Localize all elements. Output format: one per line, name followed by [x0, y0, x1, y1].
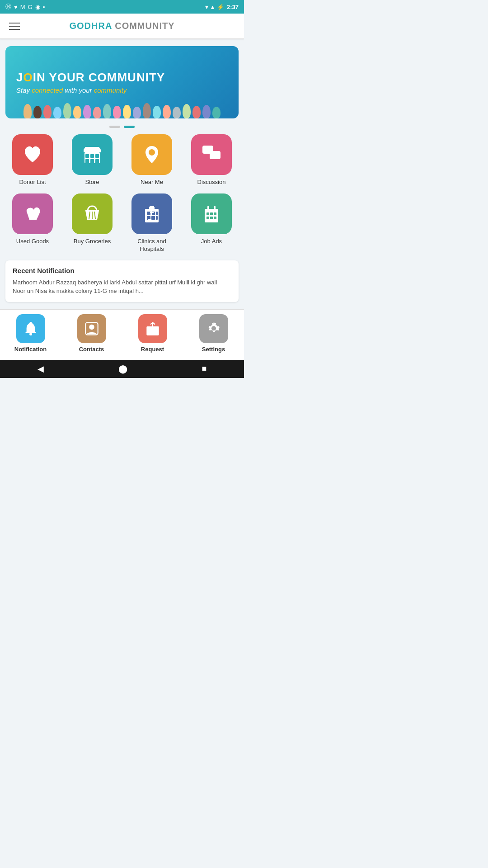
svg-rect-34: [206, 217, 209, 219]
grid-row-1: Donor List Store Near Me Discussion: [5, 134, 239, 186]
svg-rect-2: [90, 154, 94, 158]
buy-groceries-label: Buy Groceries: [74, 238, 111, 245]
menu-button[interactable]: [9, 23, 20, 30]
svg-point-44: [211, 326, 216, 330]
buy-groceries-icon: [72, 193, 113, 234]
grid-item-clinics[interactable]: Clinics and Hospitals: [125, 193, 179, 253]
svg-rect-38: [214, 207, 216, 210]
grid-item-job-ads[interactable]: Job Ads: [184, 193, 239, 253]
discussion-icon: [191, 134, 232, 175]
svg-rect-37: [207, 207, 209, 210]
notification-card-title: Recent Notification: [13, 267, 231, 274]
grid-item-near-me[interactable]: Near Me: [125, 134, 179, 186]
near-me-icon: [131, 134, 172, 175]
settings-nav-label: Settings: [202, 346, 225, 353]
svg-rect-23: [148, 219, 151, 222]
svg-rect-17: [147, 212, 150, 215]
clinics-label: Clinics and Hospitals: [125, 238, 179, 253]
svg-point-39: [29, 333, 32, 335]
store-icon: [72, 134, 113, 175]
grid-section-1: Donor List Store Near Me Discussion: [0, 134, 244, 186]
banner-title-rest: IN YOUR COMMUNITY: [33, 71, 165, 84]
svg-rect-6: [95, 159, 99, 163]
title-godhra: GODHRA: [69, 21, 112, 31]
svg-point-10: [28, 208, 32, 212]
svg-rect-4: [85, 159, 89, 163]
system-nav: ◀ ⬤ ■: [0, 360, 244, 378]
contacts-nav-label: Contacts: [79, 346, 104, 353]
notification-nav-label: Notification: [14, 346, 47, 353]
svg-rect-22: [156, 216, 158, 220]
banner-title: JOIN YOUR COMMUNITY: [16, 71, 228, 85]
donor-list-label: Donor List: [19, 179, 46, 186]
notification-card-text: Marhoom Abdur Razzaq badherya ki larki A…: [13, 278, 231, 296]
discussion-label: Discussion: [197, 179, 226, 186]
banner-title-o: O: [23, 71, 33, 84]
donor-list-icon: [12, 134, 53, 175]
battery-icon: ⚡: [217, 4, 224, 10]
svg-rect-5: [90, 159, 94, 163]
svg-rect-9: [210, 151, 221, 159]
svg-rect-36: [214, 217, 216, 219]
svg-rect-16: [150, 206, 154, 210]
home-button[interactable]: ⬤: [118, 364, 127, 374]
dot-1: [109, 126, 120, 128]
settings-nav-icon: [199, 314, 228, 343]
svg-rect-21: [151, 216, 155, 220]
banner-crowd: [5, 91, 239, 118]
clock: 2:37: [227, 4, 239, 10]
grid-section-2: Used Goods Buy Groceries: [0, 193, 244, 253]
notification-nav-icon: [16, 314, 45, 343]
bottom-nav: Notification Contacts Request: [0, 309, 244, 360]
svg-rect-3: [95, 154, 99, 158]
job-ads-icon: [191, 193, 232, 234]
svg-rect-19: [156, 212, 158, 215]
used-goods-label: Used Goods: [16, 238, 49, 245]
grid-item-used-goods[interactable]: Used Goods: [5, 193, 60, 253]
nav-item-settings[interactable]: Settings: [183, 314, 244, 353]
request-nav-icon: [138, 314, 167, 343]
svg-rect-27: [151, 212, 152, 215]
banner: JOIN YOUR COMMUNITY Stay connected with …: [5, 46, 239, 118]
svg-rect-28: [205, 209, 218, 222]
nav-item-request[interactable]: Request: [122, 314, 183, 353]
near-me-label: Near Me: [141, 179, 163, 186]
banner-title-j: J: [16, 71, 23, 84]
dot-2: [124, 126, 135, 128]
header: GODHRA COMMUNITY: [0, 14, 244, 39]
status-right: ▾ ▴ ⚡ 2:37: [205, 4, 239, 10]
notification-card: Recent Notification Marhoom Abdur Razzaq…: [5, 260, 239, 302]
svg-rect-35: [210, 217, 213, 219]
svg-rect-32: [210, 212, 213, 215]
request-nav-label: Request: [141, 346, 164, 353]
grid-item-store[interactable]: Store: [65, 134, 119, 186]
grid-row-2: Used Goods Buy Groceries: [5, 193, 239, 253]
recent-button[interactable]: ■: [202, 364, 207, 373]
svg-rect-31: [206, 212, 209, 215]
carousel-dots: [0, 126, 244, 128]
status-bar: Ⓑ ♥ M G ◉ ▪ ▾ ▴ ⚡ 2:37: [0, 0, 244, 14]
grid-item-buy-groceries[interactable]: Buy Groceries: [65, 193, 119, 253]
status-icons-left: Ⓑ ♥ M G ◉ ▪: [5, 3, 45, 11]
app-title: GODHRA COMMUNITY: [29, 21, 235, 31]
contacts-nav-icon: [77, 314, 106, 343]
used-goods-icon: [12, 193, 53, 234]
svg-rect-15: [145, 209, 159, 222]
back-button[interactable]: ◀: [38, 364, 44, 374]
signal-icon: ▴: [211, 4, 214, 10]
svg-point-7: [149, 149, 155, 156]
nav-item-notification[interactable]: Notification: [0, 314, 61, 353]
wifi-icon: ▾: [205, 4, 208, 10]
clinics-icon: [131, 193, 172, 234]
nav-item-contacts[interactable]: Contacts: [61, 314, 122, 353]
svg-point-42: [89, 324, 94, 330]
svg-rect-1: [85, 154, 89, 158]
grid-item-donor-list[interactable]: Donor List: [5, 134, 60, 186]
store-label: Store: [85, 179, 99, 186]
svg-rect-40: [29, 322, 31, 323]
title-community: COMMUNITY: [112, 21, 175, 31]
job-ads-label: Job Ads: [201, 238, 222, 245]
grid-item-discussion[interactable]: Discussion: [184, 134, 239, 186]
svg-rect-33: [214, 212, 216, 215]
